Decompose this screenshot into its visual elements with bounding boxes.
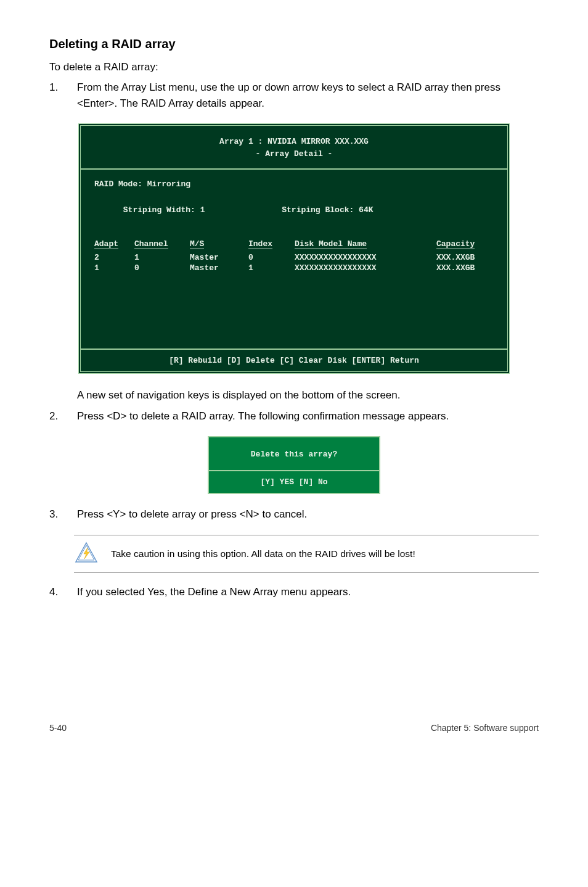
dialog-question: Delete this array?	[209, 437, 379, 470]
striping-width: Striping Width: 1	[123, 205, 205, 215]
cell-index: 1	[248, 263, 295, 273]
step-2-pretext: A new set of navigation keys is displaye…	[77, 387, 539, 403]
terminal-body: RAID Mode: Mirroring Striping Width: 1 S…	[81, 170, 507, 349]
step-4-text: If you selected Yes, the Define a New Ar…	[77, 584, 539, 600]
step-4: 4. If you selected Yes, the Define a New…	[49, 584, 539, 600]
warning-callout: Take caution in using this option. All d…	[74, 535, 539, 573]
cell-cap: XXX.XXGB	[436, 263, 492, 273]
terminal-title-1: Array 1 : NVIDIA MIRROR XXX.XXG	[81, 136, 507, 148]
cell-ms: Master	[190, 263, 248, 273]
page-heading: Deleting a RAID array	[49, 37, 539, 51]
col-channel: Channel	[134, 239, 168, 249]
cell-adapt: 1	[94, 263, 134, 273]
cell-ms: Master	[190, 253, 248, 262]
cell-channel: 1	[134, 253, 190, 262]
table-row: 2 1 Master 0 XXXXXXXXXXXXXXXXX XXX.XXGB	[94, 253, 494, 262]
terminal-footer: [R] Rebuild [D] Delete [C] Clear Disk [E…	[81, 350, 507, 371]
cell-cap: XXX.XXGB	[436, 253, 492, 262]
terminal-header: Array 1 : NVIDIA MIRROR XXX.XXG - Array …	[81, 126, 507, 168]
cell-index: 0	[248, 253, 295, 262]
dialog-options: [Y] YES [N] No	[209, 471, 379, 493]
step-1: 1. From the Array List menu, use the up …	[49, 80, 539, 111]
striping-line: Striping Width: 1 Striping Block: 64K	[94, 191, 494, 229]
col-index: Index	[248, 239, 272, 249]
cell-channel: 0	[134, 263, 190, 273]
chapter-label: Chapter 5: Software support	[431, 723, 539, 733]
step-2: 2. Press <D> to delete a RAID array. The…	[49, 408, 539, 424]
step-2-num: 2.	[49, 408, 77, 424]
striping-block: Striping Block: 64K	[282, 205, 373, 215]
raid-mode-line: RAID Mode: Mirroring	[94, 178, 494, 191]
col-disk: Disk Model Name	[295, 239, 367, 249]
warning-text: Take caution in using this option. All d…	[111, 548, 415, 559]
col-capacity: Capacity	[436, 239, 475, 249]
terminal-title-2: - Array Detail -	[81, 148, 507, 160]
table-header-row: Adapt Channel M/S Index Disk Model Name …	[94, 239, 494, 249]
table-row: 1 0 Master 1 XXXXXXXXXXXXXXXXX XXX.XXGB	[94, 263, 494, 273]
cell-disk: XXXXXXXXXXXXXXXXX	[295, 253, 436, 262]
lightning-warning-icon	[74, 542, 99, 566]
confirm-dialog: Delete this array? [Y] YES [N] No	[208, 436, 380, 494]
step-3: 3. Press <Y> to delete array or press <N…	[49, 506, 539, 522]
step-3-text: Press <Y> to delete array or press <N> t…	[77, 506, 539, 522]
step-1-num: 1.	[49, 80, 77, 111]
page-number: 5-40	[49, 723, 67, 733]
step-2-text: Press <D> to delete a RAID array. The fo…	[77, 408, 539, 424]
raid-terminal-window: Array 1 : NVIDIA MIRROR XXX.XXG - Array …	[78, 123, 510, 374]
page-footer: 5-40 Chapter 5: Software support	[49, 723, 539, 733]
intro-text: To delete a RAID array:	[49, 61, 539, 73]
col-adapt: Adapt	[94, 239, 118, 249]
cell-disk: XXXXXXXXXXXXXXXXX	[295, 263, 436, 273]
cell-adapt: 2	[94, 253, 134, 262]
col-ms: M/S	[190, 239, 204, 249]
step-4-num: 4.	[49, 584, 77, 600]
step-1-text: From the Array List menu, use the up or …	[77, 80, 539, 111]
step-3-num: 3.	[49, 506, 77, 522]
